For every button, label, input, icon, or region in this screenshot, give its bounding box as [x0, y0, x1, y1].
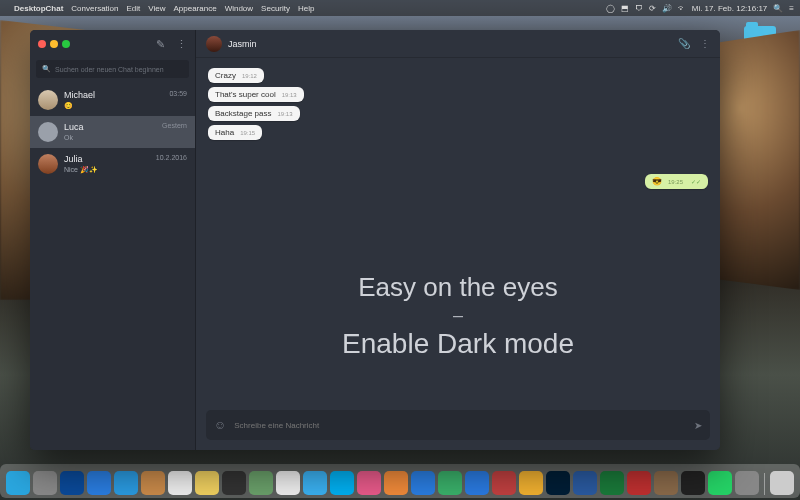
emoji-icon[interactable]: ☺	[214, 418, 226, 432]
menu-edit[interactable]: Edit	[126, 4, 140, 13]
dock-maps[interactable]	[249, 471, 273, 495]
dock-app-dark[interactable]	[222, 471, 246, 495]
dock-ibooks[interactable]	[384, 471, 408, 495]
conversation-item-julia[interactable]: Julia Nice 🎉✨ 10.2.2016	[30, 148, 195, 180]
conversation-item-luca[interactable]: Luca Ok Gestern	[30, 116, 195, 148]
more-vert-icon[interactable]: ⋮	[700, 38, 710, 49]
menu-security[interactable]: Security	[261, 4, 290, 13]
menubar-clock[interactable]: Mi. 17. Feb. 12:16:17	[692, 4, 768, 13]
avatar	[38, 154, 58, 174]
shield-icon[interactable]: ⛉	[635, 4, 643, 13]
message-time: 19:13	[277, 111, 292, 117]
dock-trash[interactable]	[770, 471, 794, 495]
message-text: Haha	[215, 128, 234, 137]
dock-app-red[interactable]	[492, 471, 516, 495]
desktop-folder-screens[interactable]: Screens	[740, 80, 780, 114]
spotlight-search-icon[interactable]: 🔍	[773, 4, 783, 13]
search-icon: 🔍	[42, 65, 51, 73]
dock-photoshop[interactable]	[546, 471, 570, 495]
chat-header: Jasmin 📎 ⋮	[196, 30, 720, 58]
sidebar: ✎ ⋮ 🔍 Suchen oder neuen Chat beginnen Mi…	[30, 30, 196, 450]
dock-separator	[764, 473, 765, 495]
more-vert-icon[interactable]: ⋮	[176, 38, 187, 51]
dock-skype[interactable]	[330, 471, 354, 495]
message-text: Backstage pass	[215, 109, 271, 118]
message-bubble: That's super cool19:13	[208, 87, 304, 102]
message-text: That's super cool	[215, 90, 276, 99]
sidebar-toolbar: ✎ ⋮	[30, 30, 195, 58]
dock-photos[interactable]	[276, 471, 300, 495]
folder-icon	[744, 26, 776, 50]
chat-avatar[interactable]	[206, 36, 222, 52]
composer-input[interactable]	[234, 421, 686, 430]
conversation-preview: 😊	[64, 102, 187, 110]
menu-appearance[interactable]: Appearance	[173, 4, 216, 13]
promo-line2: Enable Dark mode	[196, 328, 720, 360]
menu-conversation[interactable]: Conversation	[71, 4, 118, 13]
loop-icon[interactable]: ◯	[606, 4, 615, 13]
send-icon[interactable]: ➤	[694, 420, 702, 431]
dock-notes[interactable]	[195, 471, 219, 495]
chat-panel: Jasmin 📎 ⋮ Crazy19:12 That's super cool1…	[196, 30, 720, 450]
message-bubble: Backstage pass19:13	[208, 106, 300, 121]
menu-window[interactable]: Window	[225, 4, 253, 13]
avatar	[38, 122, 58, 142]
volume-icon[interactable]: 🔊	[662, 4, 672, 13]
window-close-button[interactable]	[38, 40, 46, 48]
folder-icon	[744, 80, 776, 104]
dock-finder[interactable]	[6, 471, 30, 495]
dock	[0, 464, 800, 498]
paperclip-icon[interactable]: 📎	[678, 38, 690, 49]
dock-sketch[interactable]	[519, 471, 543, 495]
conversation-list: Michael 😊 03:59 Luca Ok Gestern	[30, 84, 195, 450]
dock-appstore[interactable]	[411, 471, 435, 495]
dock-excel[interactable]	[600, 471, 624, 495]
notification-center-icon[interactable]: ≡	[789, 4, 794, 13]
dock-launchpad[interactable]	[33, 471, 57, 495]
window-minimize-button[interactable]	[50, 40, 58, 48]
desktop-folder-dk[interactable]: dk	[740, 26, 780, 60]
dock-numbers[interactable]	[438, 471, 462, 495]
dock-itunes[interactable]	[357, 471, 381, 495]
window-zoom-button[interactable]	[62, 40, 70, 48]
conversation-preview: Nice 🎉✨	[64, 166, 187, 174]
message-text: 😎	[652, 177, 662, 186]
dock-terminal[interactable]	[681, 471, 705, 495]
dropbox-icon[interactable]: ⬒	[621, 4, 629, 13]
messages-area[interactable]: Crazy19:12 That's super cool19:13 Backst…	[196, 58, 720, 404]
dock-contacts[interactable]	[141, 471, 165, 495]
dock-messages[interactable]	[303, 471, 327, 495]
message-time: 19:13	[282, 92, 297, 98]
message-time: 19:25	[668, 179, 683, 185]
menu-help[interactable]: Help	[298, 4, 314, 13]
menu-view[interactable]: View	[148, 4, 165, 13]
dock-preferences[interactable]	[735, 471, 759, 495]
app-name-menu[interactable]: DesktopChat	[14, 4, 63, 13]
conversation-time: Gestern	[162, 122, 187, 129]
message-bubble-mine: 😎19:25✓✓	[645, 174, 708, 189]
dock-pdf[interactable]	[627, 471, 651, 495]
dock-whatsapp[interactable]	[708, 471, 732, 495]
sync-icon[interactable]: ⟳	[649, 4, 656, 13]
conversation-preview: Ok	[64, 134, 187, 141]
dock-mail[interactable]	[114, 471, 138, 495]
message-bubble: Crazy19:12	[208, 68, 264, 83]
message-bubble: Haha19:15	[208, 125, 262, 140]
dock-calendar[interactable]	[168, 471, 192, 495]
message-composer: ☺ ➤	[206, 410, 710, 440]
desktop: DesktopChat Conversation Edit View Appea…	[0, 0, 800, 500]
conversation-time: 10.2.2016	[156, 154, 187, 161]
avatar	[38, 90, 58, 110]
dock-gimp[interactable]	[654, 471, 678, 495]
dock-app-blue[interactable]	[60, 471, 84, 495]
compose-icon[interactable]: ✎	[156, 38, 165, 51]
chat-app-window: ✎ ⋮ 🔍 Suchen oder neuen Chat beginnen Mi…	[30, 30, 720, 450]
wifi-icon[interactable]: ᯤ	[678, 4, 686, 13]
conversation-time: 03:59	[169, 90, 187, 97]
dock-word[interactable]	[573, 471, 597, 495]
dock-keynote[interactable]	[465, 471, 489, 495]
conversation-item-michael[interactable]: Michael 😊 03:59	[30, 84, 195, 116]
message-time: 19:12	[242, 73, 257, 79]
search-field[interactable]: 🔍 Suchen oder neuen Chat beginnen	[36, 60, 189, 78]
dock-safari[interactable]	[87, 471, 111, 495]
